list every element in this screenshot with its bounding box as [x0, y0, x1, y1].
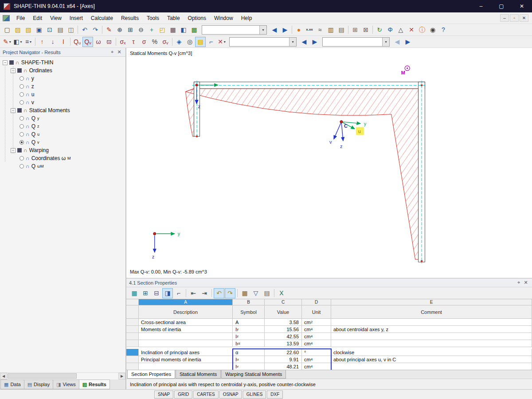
cell-value[interactable]: 15.56: [265, 326, 302, 333]
separator[interactable]: ▾: [114, 37, 117, 47]
tree-item-u[interactable]: − ∩ u: [0, 90, 125, 98]
table-view-icon[interactable]: ▦ ▾: [168, 25, 178, 35]
tree-item-y[interactable]: − ∩ y: [0, 74, 125, 82]
menu-table[interactable]: Table: [163, 13, 184, 23]
close-button[interactable]: ✕: [512, 0, 532, 12]
stress-sigma-v-icon[interactable]: σᵥ ▾: [160, 37, 171, 47]
close-icon[interactable]: ✕: [522, 280, 529, 286]
menu-results[interactable]: Results: [117, 13, 143, 23]
row-header[interactable]: [126, 349, 139, 356]
tab-data[interactable]: ▦ Data: [0, 379, 24, 389]
pin-icon[interactable]: ⌖: [109, 49, 116, 55]
result-qv-icon[interactable]: Qᵥ ▾: [82, 37, 93, 47]
display-properties-icon[interactable]: ≡ ▾: [23, 37, 34, 47]
grid-icon[interactable]: ⊞ ▾: [350, 25, 360, 35]
val[interactable]: C: [265, 299, 302, 305]
combo-forward-icon[interactable]: ▶ ▾: [309, 37, 320, 47]
cell-unit[interactable]: cm4: [302, 363, 331, 370]
last-column-icon[interactable]: ⇥: [199, 288, 210, 298]
scroll-left-icon[interactable]: ◀: [0, 373, 7, 379]
cell-symbol[interactable]: Iu: [233, 356, 265, 363]
open-file-icon[interactable]: ▨ ▾: [12, 25, 23, 35]
cell-unit[interactable]: cm4: [302, 326, 331, 333]
combo-back-icon[interactable]: ◀ ▾: [299, 37, 309, 47]
cell-comment[interactable]: clockwise: [331, 349, 532, 356]
snap-grid-icon[interactable]: ⊠ ▾: [360, 25, 371, 35]
row-header[interactable]: [126, 326, 139, 333]
format-icon[interactable]: ✎ ▾: [2, 37, 12, 47]
stress-ratio-icon[interactable]: % ▾: [149, 37, 160, 47]
mirror-icon[interactable]: △ ▾: [395, 25, 406, 35]
cell-unit[interactable]: cm4: [302, 340, 331, 347]
tree-item-z[interactable]: − ∩ z: [0, 82, 125, 90]
expander-icon[interactable]: −: [3, 60, 8, 65]
result-beam-icon[interactable]: Ι ▾: [58, 37, 69, 47]
tree-item-qv[interactable]: − ∩ Qv: [0, 138, 125, 146]
view-back-icon[interactable]: ◀ ▾: [269, 25, 280, 35]
radio-icon[interactable]: [20, 156, 24, 160]
tree-item-qwm[interactable]: − ∩ QωM: [0, 162, 125, 170]
cell-comment[interactable]: [331, 333, 532, 340]
menu-window[interactable]: Window: [210, 13, 237, 23]
result-omega-icon[interactable]: ω ▾: [93, 37, 104, 47]
tree-item-qz[interactable]: − ∩ Qz: [0, 122, 125, 130]
tab-results[interactable]: ▨ Results: [79, 379, 110, 389]
cell-description[interactable]: [139, 340, 233, 347]
cell-description[interactable]: Moments of inertia: [139, 326, 233, 333]
new-file-icon[interactable]: ▢ ▾: [2, 25, 12, 35]
statistics-icon[interactable]: ▤: [262, 288, 272, 298]
corner-icon[interactable]: ⌐: [173, 288, 184, 298]
tree-item-shape-thin[interactable]: − ∩ SHAPE-THIN: [0, 59, 125, 66]
scroll-thumb[interactable]: [8, 373, 77, 379]
menu-insert[interactable]: Insert: [66, 13, 87, 23]
save-all-icon[interactable]: ⊡ ▾: [44, 25, 55, 35]
menu-file[interactable]: File: [12, 13, 29, 23]
snap-toggle[interactable]: SNAP: [154, 391, 173, 399]
filter-icon[interactable]: ▽: [250, 288, 261, 298]
units-icon[interactable]: ≈ ▾: [315, 25, 325, 35]
result-omega-m-icon[interactable]: ϖ ▾: [104, 37, 114, 47]
corner-cell[interactable]: [126, 305, 139, 319]
checkbox-icon[interactable]: [17, 108, 22, 113]
sections-forward-icon[interactable]: ▶ ▾: [403, 37, 413, 47]
cell-symbol[interactable]: Iyz: [233, 340, 265, 347]
cell-description[interactable]: [139, 363, 233, 370]
sym[interactable]: B: [233, 299, 265, 305]
jump-forward-icon[interactable]: ↷: [225, 288, 235, 298]
pin-icon[interactable]: ⌖: [515, 280, 522, 286]
centroid-dot[interactable]: [340, 121, 343, 123]
sections-combo[interactable]: ▾: [322, 37, 390, 47]
import-icon[interactable]: ▧ ▾: [23, 25, 34, 35]
maximize-button[interactable]: ▢: [491, 0, 512, 12]
cell-description[interactable]: Principal moments of inertia: [139, 356, 233, 363]
edit-pencil-icon[interactable]: ✎ ▾: [104, 25, 114, 35]
calculator-icon[interactable]: ▦: [239, 288, 250, 298]
radio-icon[interactable]: [20, 132, 24, 137]
cell-description[interactable]: [139, 333, 233, 340]
zoom-out-icon[interactable]: ⊖ ▾: [136, 25, 146, 35]
cell-comment[interactable]: [331, 340, 532, 347]
separator[interactable]: [184, 288, 188, 298]
sections-back-icon[interactable]: ◀ ▾: [392, 37, 403, 47]
dxf-toggle[interactable]: DXF: [267, 391, 283, 399]
table-settings-icon[interactable]: ▦: [129, 288, 140, 298]
osnap-toggle[interactable]: OSNAP: [219, 391, 242, 399]
tab-views[interactable]: ◨ Views: [53, 379, 79, 389]
separator[interactable]: ▾: [34, 37, 37, 47]
grid-toggle[interactable]: GRID: [174, 391, 192, 399]
drawing-area[interactable]: Statical Moments Q-v [cm^3]: [126, 48, 532, 278]
separator[interactable]: ▾: [290, 25, 293, 35]
cartes-toggle[interactable]: CARTES: [193, 391, 218, 399]
print-preview-icon[interactable]: ◫ ▾: [66, 25, 76, 35]
cell-symbol[interactable]: Iy: [233, 326, 265, 333]
scroll-right-icon[interactable]: ▶: [118, 373, 125, 379]
cell-value[interactable]: 13.59: [265, 340, 302, 347]
result-tables-icon[interactable]: ▥ ▾: [325, 25, 336, 35]
glines-toggle[interactable]: GLINES: [243, 391, 266, 399]
radio-icon[interactable]: [20, 92, 24, 97]
radio-icon[interactable]: [20, 100, 24, 105]
go-first-icon[interactable]: ↑ ▾: [37, 37, 47, 47]
camera-icon[interactable]: ◉ ▾: [427, 25, 438, 35]
visibility-icon[interactable]: ◎ ▾: [184, 37, 195, 47]
cell-symbol[interactable]: A: [233, 319, 265, 326]
